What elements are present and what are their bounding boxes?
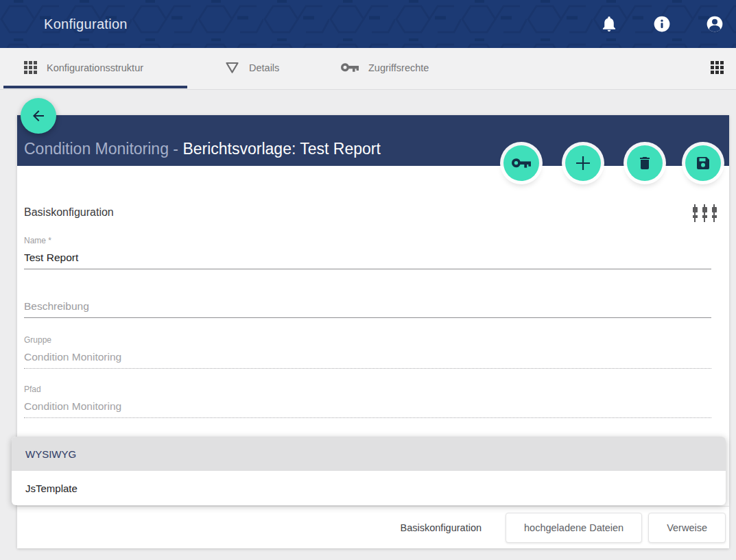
bottom-nav-verweise[interactable]: Verweise bbox=[648, 513, 726, 543]
info-icon[interactable] bbox=[653, 15, 671, 33]
tab-zugriffsrechte[interactable]: Zugriffsrechte bbox=[341, 48, 429, 87]
tab-bar: Konfigurationsstruktur Details Zugriffsr… bbox=[0, 48, 736, 90]
tune-icon[interactable] bbox=[689, 202, 720, 225]
back-button[interactable] bbox=[21, 98, 56, 134]
banner-main-title: Berichtsvorlage: Test Report bbox=[182, 140, 381, 158]
key-icon bbox=[512, 158, 531, 168]
plus-icon bbox=[574, 154, 592, 172]
delete-fab[interactable] bbox=[627, 145, 663, 181]
grid-icon bbox=[24, 61, 37, 74]
permissions-fab[interactable] bbox=[503, 145, 539, 181]
path-field: Pfad bbox=[24, 385, 711, 418]
template-type-dropdown: WYSIWYG JsTemplate bbox=[12, 437, 726, 505]
account-icon[interactable] bbox=[706, 15, 724, 33]
active-tab-indicator bbox=[3, 86, 187, 88]
key-icon bbox=[341, 63, 359, 72]
title-banner: Condition Monitoring - Berichtsvorlage: … bbox=[17, 115, 729, 166]
add-fab[interactable] bbox=[565, 145, 601, 181]
dropdown-option-wysiwyg[interactable]: WYSIWYG bbox=[12, 437, 726, 471]
bottom-nav-hochgeladene-dateien[interactable]: hochgeladene Dateien bbox=[506, 513, 642, 543]
name-input[interactable] bbox=[24, 250, 711, 269]
name-field: Name * bbox=[24, 236, 711, 269]
description-field bbox=[24, 299, 711, 318]
bottom-nav: Basiskonfiguration hochgeladene Dateien … bbox=[17, 506, 729, 548]
path-field-label: Pfad bbox=[24, 385, 711, 394]
bell-icon[interactable] bbox=[600, 15, 618, 33]
app-window: Konfiguration bbox=[0, 0, 736, 560]
page-title: Konfiguration bbox=[44, 16, 128, 32]
content-card: Condition Monitoring - Berichtsvorlage: … bbox=[17, 115, 729, 548]
banner-title: Condition Monitoring - Berichtsvorlage: … bbox=[24, 141, 381, 166]
tab-konfigurationsstruktur[interactable]: Konfigurationsstruktur bbox=[24, 48, 143, 87]
save-icon bbox=[695, 155, 711, 171]
app-header: Konfiguration bbox=[0, 0, 736, 48]
tab-details[interactable]: Details bbox=[225, 48, 279, 87]
section-title: Basiskonfiguration bbox=[24, 206, 114, 219]
group-field-label: Gruppe bbox=[24, 335, 711, 345]
bottom-nav-basiskonfiguration[interactable]: Basiskonfiguration bbox=[391, 513, 492, 543]
group-input bbox=[24, 350, 711, 369]
triangle-icon bbox=[225, 61, 239, 74]
apps-grid-icon[interactable] bbox=[711, 61, 724, 74]
tab-label: Details bbox=[249, 62, 279, 73]
trash-icon bbox=[637, 155, 653, 171]
tab-label: Konfigurationsstruktur bbox=[47, 62, 143, 73]
header-actions bbox=[600, 0, 724, 48]
tab-label: Zugriffsrechte bbox=[368, 62, 429, 73]
group-field: Gruppe bbox=[24, 335, 711, 369]
arrow-left-icon bbox=[30, 108, 47, 124]
description-input[interactable] bbox=[24, 299, 711, 318]
path-input bbox=[24, 399, 711, 418]
banner-context: Condition Monitoring - bbox=[24, 140, 182, 158]
name-field-label: Name * bbox=[24, 236, 711, 245]
save-fab[interactable] bbox=[685, 145, 721, 181]
dropdown-option-jstemplate[interactable]: JsTemplate bbox=[12, 471, 726, 505]
